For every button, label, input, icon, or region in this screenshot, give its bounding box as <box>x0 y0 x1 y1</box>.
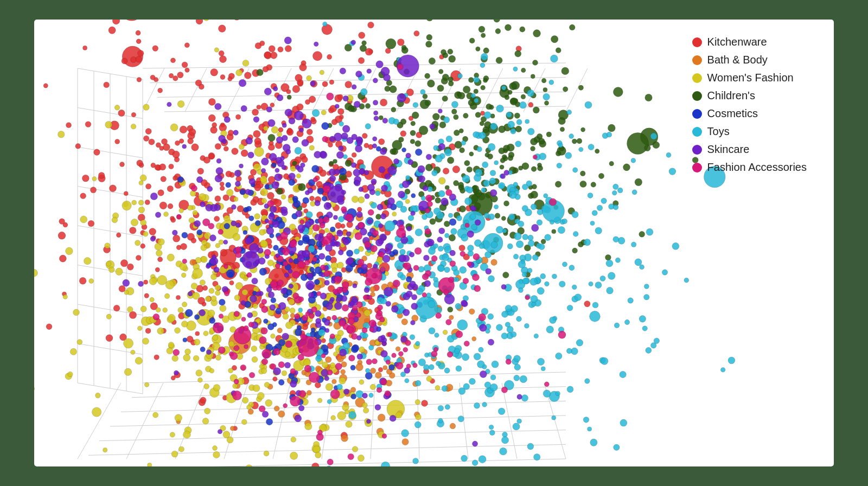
legend-dot-0 <box>692 37 702 47</box>
legend-dot-1 <box>692 55 702 65</box>
legend-item-6: Skincare <box>692 143 807 156</box>
legend-item-1: Bath & Body <box>692 54 807 66</box>
legend-label-3: Children's <box>707 89 755 102</box>
legend-item-2: Women's Fashion <box>692 72 807 84</box>
legend-label-0: Kitchenware <box>707 36 767 48</box>
legend-item-5: Toys <box>692 125 807 138</box>
legend-item-7: Fashion Accessories <box>692 161 807 174</box>
legend-label-1: Bath & Body <box>707 54 768 66</box>
legend-dot-3 <box>692 91 702 101</box>
legend-dot-6 <box>692 145 702 155</box>
legend-dot-4 <box>692 109 702 119</box>
legend-label-5: Toys <box>707 125 730 138</box>
legend: Kitchenware Bath & Body Women's Fashion … <box>692 36 807 174</box>
chart-container: Kitchenware Bath & Body Women's Fashion … <box>33 18 835 468</box>
legend-label-4: Cosmetics <box>707 107 758 120</box>
legend-item-3: Children's <box>692 89 807 102</box>
chart-area: Kitchenware Bath & Body Women's Fashion … <box>34 20 834 466</box>
legend-dot-2 <box>692 73 702 83</box>
legend-label-2: Women's Fashion <box>707 72 794 84</box>
legend-label-6: Skincare <box>707 143 750 156</box>
legend-label-7: Fashion Accessories <box>707 161 807 174</box>
legend-dot-7 <box>692 163 702 172</box>
legend-item-0: Kitchenware <box>692 36 807 48</box>
legend-item-4: Cosmetics <box>692 107 807 120</box>
legend-dot-5 <box>692 127 702 137</box>
